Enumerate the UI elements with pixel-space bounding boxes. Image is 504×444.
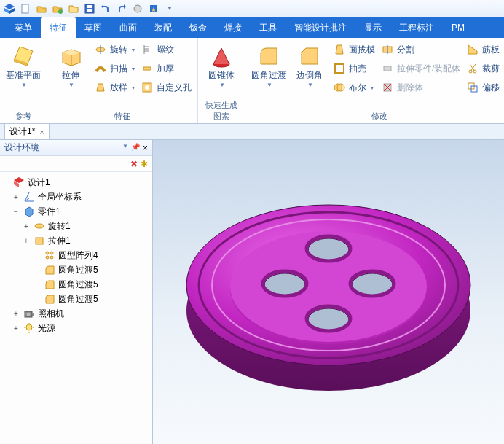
tab-engnote[interactable]: 工程标注: [390, 17, 443, 38]
svg-text:★: ★: [151, 6, 157, 13]
cone-button[interactable]: 圆锥体 ▼: [202, 41, 240, 88]
redo-icon[interactable]: [115, 2, 128, 15]
tree-twist-icon[interactable]: +: [12, 324, 20, 332]
ribbon: 基准平面 ▼ 参考 拉伸 ▼ 旋转▾ 扫描▾: [0, 38, 504, 124]
tree-node[interactable]: 圆型阵列4: [1, 248, 151, 262]
rib-button[interactable]: 筋板: [465, 41, 504, 58]
new-feature-icon[interactable]: ✱: [141, 159, 148, 169]
boolean-button[interactable]: 布尔▾: [331, 79, 377, 96]
stretch-assy-button[interactable]: 拉伸零件/装配体: [379, 60, 462, 77]
tab-feature[interactable]: 特征: [41, 17, 76, 38]
tree-twist-icon[interactable]: +: [22, 237, 31, 245]
thicken-icon: [141, 62, 154, 75]
pattern-icon: [44, 249, 55, 261]
extrude-button[interactable]: 拉伸 ▼: [52, 41, 90, 88]
dropdown-icon[interactable]: ▼: [163, 2, 176, 15]
tab-assembly[interactable]: 装配: [146, 17, 181, 38]
tree-node[interactable]: 圆角过渡5: [1, 262, 151, 277]
tree-node[interactable]: +照相机: [1, 306, 151, 321]
main-area: 设计环境 ▼ 📌 × ✖ ✱ 设计1+全局坐标系−零件1+旋转1+拉伸1圆型阵列…: [0, 140, 504, 444]
tab-display[interactable]: 显示: [355, 17, 390, 38]
svg-point-8: [134, 5, 141, 12]
tree-twist-icon[interactable]: −: [12, 208, 20, 216]
panel-toolbar: ✖ ✱: [0, 156, 152, 172]
tree-node[interactable]: +光源: [1, 321, 151, 335]
tab-pm[interactable]: PM: [443, 17, 473, 38]
tab-surface[interactable]: 曲面: [111, 17, 146, 38]
chamfer-button[interactable]: 边倒角 ▼: [291, 41, 328, 88]
group-modify: 圆角过渡 ▼ 边倒角 ▼ 面拔模 抽壳 布尔▾ 分割 拉伸零件/装配体 删除体 …: [245, 38, 504, 123]
split-button[interactable]: 分割: [379, 41, 462, 58]
delete-icon[interactable]: ✖: [130, 159, 138, 169]
datum-plane-icon: [11, 44, 36, 69]
loft-button[interactable]: 放样▾: [92, 79, 136, 96]
pin-icon[interactable]: 📌: [131, 143, 140, 153]
render-icon[interactable]: [131, 2, 144, 15]
offset-button[interactable]: 偏移▾: [465, 79, 504, 96]
sweep-button[interactable]: 扫描▾: [92, 60, 136, 77]
tree-node-label: 照相机: [38, 308, 64, 320]
thicken-button[interactable]: 加厚: [139, 60, 193, 77]
datum-plane-button[interactable]: 基准平面 ▼: [4, 41, 42, 88]
tree-twist-icon[interactable]: +: [12, 310, 20, 318]
tree-node[interactable]: +旋转1: [1, 219, 151, 233]
tab-tools[interactable]: 工具: [251, 17, 286, 38]
camera-icon: [23, 308, 35, 319]
close-icon[interactable]: ×: [39, 128, 44, 136]
fillet-button[interactable]: 圆角过渡 ▼: [250, 41, 288, 88]
document-tab[interactable]: 设计1* ×: [4, 123, 50, 139]
tree-node-label: 圆角过渡5: [58, 279, 98, 291]
tree-node[interactable]: 圆角过渡5: [1, 292, 151, 306]
svg-marker-17: [97, 84, 104, 91]
tab-menu[interactable]: 菜单: [6, 17, 41, 38]
document-name: 设计1*: [9, 125, 35, 138]
stretch-assy-icon: [381, 62, 394, 75]
svg-rect-7: [87, 5, 92, 8]
tab-sketch[interactable]: 草图: [76, 17, 111, 38]
svg-rect-47: [32, 313, 34, 316]
cone-icon: [209, 44, 234, 69]
group-feature: 拉伸 ▼ 旋转▾ 扫描▾ 放样▾: [47, 38, 198, 123]
svg-point-41: [46, 252, 49, 254]
new-icon[interactable]: [19, 2, 32, 15]
custom-hole-button[interactable]: 自定义孔: [139, 79, 193, 96]
save-icon[interactable]: [83, 2, 96, 15]
group-feature-label: 特征: [52, 109, 193, 122]
extrude-label: 拉伸: [62, 70, 79, 80]
svg-point-44: [50, 256, 53, 259]
material-icon[interactable]: ★: [147, 2, 160, 15]
feature-tree[interactable]: 设计1+全局坐标系−零件1+旋转1+拉伸1圆型阵列4圆角过渡5圆角过渡5圆角过渡…: [0, 172, 152, 444]
open2-icon[interactable]: [51, 2, 64, 15]
design-icon: [13, 176, 25, 188]
design-panel: 设计环境 ▼ 📌 × ✖ ✱ 设计1+全局坐标系−零件1+旋转1+拉伸1圆型阵列…: [0, 140, 153, 444]
tree-node[interactable]: 设计1: [1, 175, 151, 190]
open-icon[interactable]: [35, 2, 48, 15]
tab-smartnote[interactable]: 智能设计批注: [286, 17, 355, 38]
tree-node-label: 圆型阵列4: [58, 249, 98, 262]
tree-node[interactable]: +全局坐标系: [1, 190, 151, 204]
tab-weld[interactable]: 焊接: [216, 17, 251, 38]
dropdown-icon[interactable]: ▼: [122, 143, 128, 153]
shell-button[interactable]: 抽壳: [331, 60, 377, 77]
cut-button[interactable]: 裁剪: [465, 60, 504, 77]
thread-button[interactable]: 螺纹: [139, 41, 193, 58]
app-icon[interactable]: [3, 2, 16, 15]
face-draft-button[interactable]: 面拔模: [331, 41, 377, 58]
delete-body-button[interactable]: 删除体: [379, 79, 462, 96]
chevron-down-icon: ▼: [21, 82, 27, 88]
tab-sheetmetal[interactable]: 钣金: [181, 17, 216, 38]
revolve-button[interactable]: 旋转▾: [92, 41, 136, 58]
undo-icon[interactable]: [99, 2, 112, 15]
tree-node[interactable]: −零件1: [1, 204, 151, 219]
folder-icon[interactable]: [67, 2, 80, 15]
panel-title: 设计环境: [4, 141, 39, 154]
fillet-icon: [44, 264, 55, 276]
tree-node[interactable]: 圆角过渡5: [1, 277, 151, 292]
tree-twist-icon[interactable]: +: [22, 222, 31, 230]
tree-twist-icon[interactable]: +: [12, 193, 20, 201]
close-icon[interactable]: ×: [143, 143, 148, 153]
viewport-3d[interactable]: [153, 140, 504, 444]
group-quickbody: 圆锥体 ▼ 快速生成图素: [198, 38, 245, 123]
tree-node-label: 旋转1: [48, 220, 71, 233]
tree-node[interactable]: +拉伸1: [1, 233, 151, 248]
